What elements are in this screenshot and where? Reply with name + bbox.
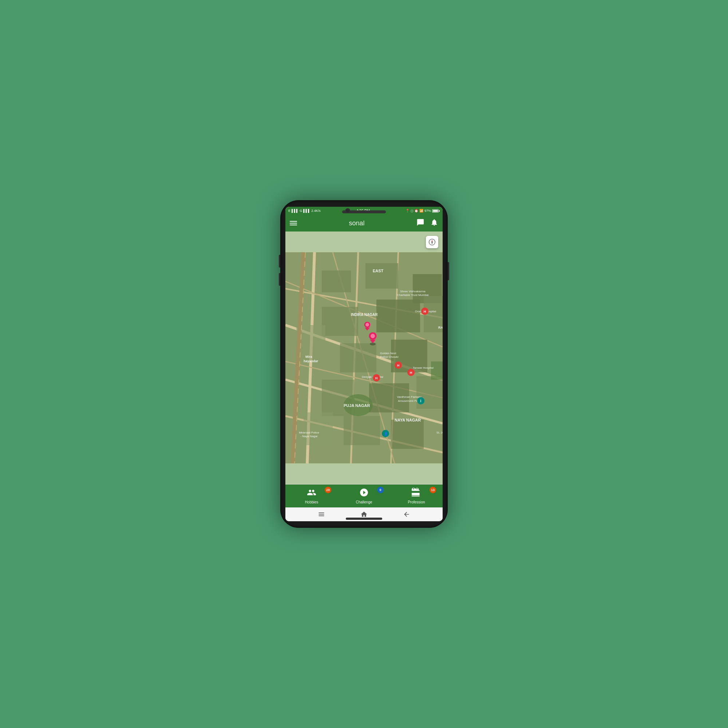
alarm-icon: ⏰ (414, 209, 418, 213)
svg-text:Charitable Trust Mumbai: Charitable Trust Mumbai (397, 294, 428, 297)
svg-text:RAMDE: RAMDE (438, 326, 443, 329)
phone-device: E ▌▌▌ G ▌▌▌ 2.4K/s 4:26 PM 📍 ◻ ⏰ 📶 97% (280, 200, 448, 528)
tab-profession[interactable]: 13 Profession (390, 485, 443, 508)
profession-label: Profession (408, 500, 425, 504)
phone-screen: E ▌▌▌ G ▌▌▌ 2.4K/s 4:26 PM 📍 ◻ ⏰ 📶 97% (285, 207, 443, 521)
svg-rect-27 (431, 361, 443, 380)
svg-rect-23 (304, 412, 333, 445)
svg-text:- Naya Nagar: - Naya Nagar (300, 434, 318, 438)
map-view[interactable]: EAST Shree Vishvakarma Charitable Trust … (285, 231, 443, 484)
app-title: sonal (349, 219, 364, 227)
svg-text:Vardhman Fantasy: Vardhman Fantasy (397, 395, 422, 399)
tab-hobbies[interactable]: 20 Hobbies (285, 485, 338, 508)
signal-bars-2: ▌▌▌ (303, 209, 310, 213)
profession-icon (412, 488, 421, 499)
svg-rect-24 (344, 416, 380, 445)
svg-rect-18 (340, 343, 376, 372)
svg-rect-11 (322, 271, 351, 292)
svg-rect-15 (376, 300, 420, 332)
svg-rect-25 (391, 420, 424, 449)
svg-text:hayandar: hayandar (304, 359, 318, 363)
speaker-bottom (346, 518, 382, 520)
compass-button[interactable] (426, 236, 438, 248)
profession-badge: 13 (430, 487, 436, 493)
svg-text:i: i (421, 399, 422, 403)
svg-point-62 (370, 334, 375, 338)
volume-down-button[interactable] (279, 273, 280, 286)
battery-percent: 97% (424, 209, 431, 213)
nfc-icon: ◻ (411, 209, 413, 213)
svg-text:H: H (410, 371, 412, 375)
message-button[interactable] (416, 219, 424, 228)
battery-icon (432, 209, 440, 213)
android-menu-button[interactable] (317, 510, 326, 519)
volume-up-button[interactable] (279, 255, 280, 268)
app-bar-actions (416, 219, 438, 228)
wifi-icon: 📶 (419, 209, 423, 213)
status-right: 📍 ◻ ⏰ 📶 97% (405, 209, 440, 213)
challenge-icon (359, 488, 369, 499)
svg-text:Miraroad Police: Miraroad Police (299, 431, 319, 434)
carrier-indicator: E (288, 209, 291, 213)
hobbies-badge: 20 (325, 487, 331, 493)
app-bar: sonal (285, 215, 443, 231)
svg-text:NAYA NAGAR: NAYA NAGAR (395, 418, 421, 422)
data-speed: 2.4K/s (311, 209, 321, 213)
svg-text:Golden Nest: Golden Nest (380, 352, 396, 355)
svg-rect-12 (366, 263, 398, 289)
svg-text:H: H (397, 364, 400, 367)
svg-text:H: H (375, 376, 378, 380)
menu-button[interactable] (290, 221, 297, 225)
challenge-badge: 0 (377, 487, 384, 493)
svg-text:EAST: EAST (373, 269, 384, 273)
svg-text:Tanwar Hospital: Tanwar Hospital (413, 366, 434, 369)
svg-text:Shree Vishvakarma: Shree Vishvakarma (400, 290, 425, 293)
tab-challenge[interactable]: 0 Challenge (338, 485, 390, 508)
location-icon: 📍 (405, 209, 410, 213)
svg-text:👤: 👤 (384, 432, 388, 436)
front-camera (345, 208, 350, 213)
svg-text:St. Joseph C: St. Joseph C (436, 431, 443, 434)
power-button[interactable] (448, 262, 449, 280)
network-type: G (300, 209, 302, 213)
challenge-label: Challenge (356, 500, 372, 504)
signal-bars: ▌▌▌ (292, 209, 298, 213)
svg-point-69 (431, 241, 433, 242)
hobbies-label: Hobbies (305, 500, 318, 504)
svg-text:INDIRA NAGAR: INDIRA NAGAR (351, 313, 378, 317)
notification-button[interactable] (430, 219, 438, 228)
status-left: E ▌▌▌ G ▌▌▌ 2.4K/s (288, 209, 321, 213)
svg-text:H: H (424, 310, 426, 314)
bottom-navigation: 20 Hobbies 0 Challenge 13 (285, 484, 443, 508)
svg-text:Mira: Mira (305, 355, 313, 359)
svg-point-64 (366, 323, 369, 327)
hobbies-icon (307, 488, 316, 499)
svg-rect-14 (322, 307, 358, 336)
svg-text:Police Chowki: Police Chowki (380, 355, 398, 359)
svg-text:PUJA NAGAR: PUJA NAGAR (344, 403, 370, 408)
svg-text:Deepak Hospital: Deepak Hospital (362, 375, 383, 379)
android-back-button[interactable] (402, 510, 411, 519)
